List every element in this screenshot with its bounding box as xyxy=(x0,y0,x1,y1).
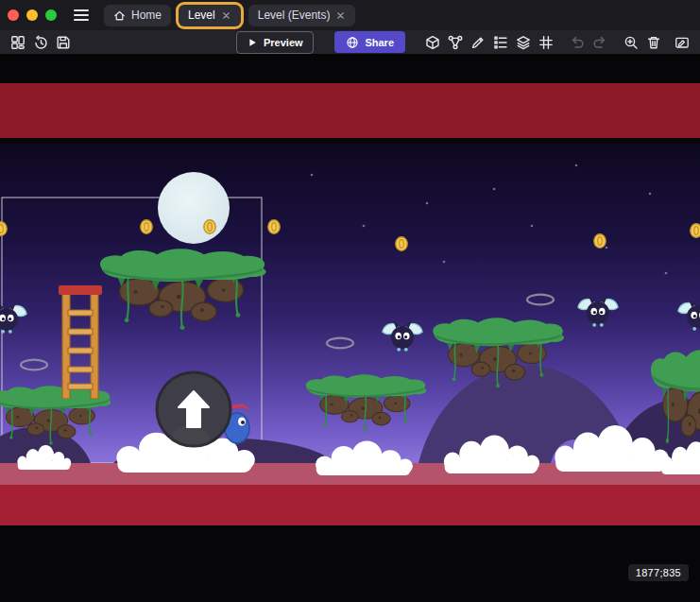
toolbar: Preview Share xyxy=(0,30,700,54)
window-controls xyxy=(8,9,57,21)
redo-button[interactable] xyxy=(589,32,610,53)
undo-icon xyxy=(570,35,585,50)
cursor-coordinates: 1877;835 xyxy=(628,564,689,581)
canvas-bottom-area: 1877;835 xyxy=(0,525,700,602)
layers-button[interactable] xyxy=(513,32,534,53)
toolbar-left-icons xyxy=(8,32,74,53)
grid-button[interactable] xyxy=(536,32,556,53)
star xyxy=(443,261,446,264)
coin-sprite[interactable] xyxy=(691,224,700,238)
window-minimize-button[interactable] xyxy=(26,9,38,21)
pencil-icon xyxy=(470,35,486,50)
tab-home[interactable]: Home xyxy=(104,5,171,26)
star xyxy=(311,174,314,177)
tab-level-label: Level xyxy=(188,9,215,22)
cube-button[interactable] xyxy=(422,32,443,53)
coin-sprite[interactable] xyxy=(268,220,280,234)
layers-icon xyxy=(516,35,531,50)
coin-sprite[interactable] xyxy=(594,234,606,249)
coin-sprite[interactable] xyxy=(396,237,407,251)
tab-level-events[interactable]: Level (Events) xyxy=(248,5,356,26)
zoom-in-icon xyxy=(623,35,639,50)
pencil-button[interactable] xyxy=(468,32,488,53)
gdevelop-window: Home Level Level (Events) Preview xyxy=(0,0,700,602)
layout-icon xyxy=(10,35,26,50)
titlebar: Home Level Level (Events) xyxy=(0,0,700,30)
preview-button[interactable]: Preview xyxy=(237,32,313,53)
moon-sprite[interactable] xyxy=(158,172,230,244)
preview-label: Preview xyxy=(264,37,303,48)
trash-icon xyxy=(646,35,661,50)
instances-icon xyxy=(448,35,463,50)
window-close-button[interactable] xyxy=(8,9,19,21)
objects-list-icon xyxy=(493,35,508,50)
grid-icon xyxy=(538,35,554,50)
home-icon xyxy=(113,9,126,22)
share-label: Share xyxy=(365,37,394,48)
star xyxy=(493,188,496,191)
scene-canvas[interactable] xyxy=(0,54,700,525)
window-zoom-button[interactable] xyxy=(45,9,57,21)
star xyxy=(575,164,578,167)
star xyxy=(606,247,608,249)
star xyxy=(665,272,668,275)
objects-list-button[interactable] xyxy=(490,32,511,53)
globe-icon xyxy=(346,36,359,49)
layout-button[interactable] xyxy=(8,32,28,53)
close-tab-icon[interactable] xyxy=(221,10,231,21)
coin-sprite[interactable] xyxy=(0,222,7,236)
preview-options-button[interactable] xyxy=(313,32,315,53)
history-icon xyxy=(33,35,48,50)
history-button[interactable] xyxy=(30,32,51,53)
save-icon xyxy=(56,35,71,50)
toolbar-far-icon xyxy=(672,32,692,53)
menu-button[interactable] xyxy=(70,6,93,25)
rename-button[interactable] xyxy=(672,32,692,53)
instances-button[interactable] xyxy=(445,32,466,53)
play-icon xyxy=(247,37,258,48)
redo-icon xyxy=(592,35,607,50)
star xyxy=(531,225,534,228)
trash-button[interactable] xyxy=(643,32,664,53)
star xyxy=(363,225,366,228)
ground-red-strip[interactable] xyxy=(0,485,700,525)
tab-level[interactable]: Level xyxy=(179,5,241,26)
touch-control-layer xyxy=(157,372,230,446)
toolbar-right-icons xyxy=(422,32,664,53)
share-button[interactable]: Share xyxy=(334,31,405,53)
zoom-in-button[interactable] xyxy=(621,32,641,53)
undo-button[interactable] xyxy=(567,32,588,53)
moon-layer xyxy=(158,172,230,244)
save-button[interactable] xyxy=(53,32,74,53)
tab-level-events-label: Level (Events) xyxy=(258,9,331,22)
top-red-platform[interactable] xyxy=(0,83,700,138)
close-tab-icon[interactable] xyxy=(335,10,346,21)
preview-button-group: Preview xyxy=(236,31,314,54)
star xyxy=(426,202,429,205)
coin-sprite[interactable] xyxy=(204,220,215,234)
tab-bar: Home Level Level (Events) xyxy=(104,0,355,30)
star xyxy=(649,193,652,196)
coin-sprite[interactable] xyxy=(141,220,152,234)
cube-icon xyxy=(425,35,440,50)
tab-home-label: Home xyxy=(131,9,162,22)
rename-icon xyxy=(674,35,690,50)
